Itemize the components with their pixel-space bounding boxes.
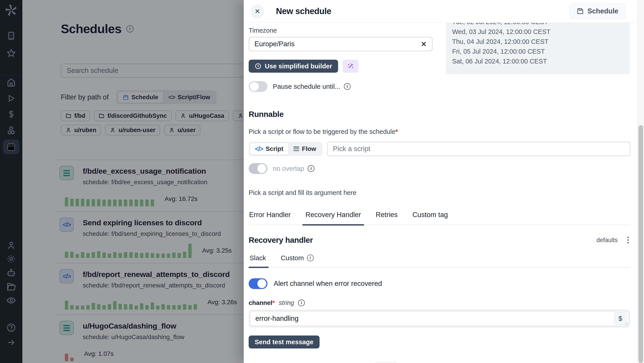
drawer-content: Tue, 02 Jul 2024, 12:00:00 CESTWed, 03 J…	[249, 23, 630, 363]
runnable-heading: Runnable	[249, 110, 630, 119]
script-flow-toggle: </> Script Flow	[249, 142, 322, 156]
runnable-pick-text: Pick a script or flow to be triggered by…	[249, 128, 630, 135]
schedule-preview-dates: Tue, 02 Jul 2024, 12:00:00 CESTWed, 03 J…	[446, 23, 630, 74]
flow-lines-icon	[294, 146, 299, 152]
no-overlap-label: no overlap	[273, 165, 304, 172]
magic-wand-icon	[347, 63, 354, 70]
handler-tab-label: Custom tag	[412, 211, 448, 219]
channel-field-wrap: $	[249, 310, 630, 328]
recovery-subtab-label: Custom	[281, 254, 304, 262]
code-icon: </>	[255, 145, 263, 153]
script-flow-label: Script	[266, 145, 283, 152]
save-icon	[577, 7, 584, 15]
preview-date: Sat, 06 Jul 2024, 12:00:00 CEST	[452, 56, 624, 66]
preview-date: Thu, 04 Jul 2024, 12:00:00 CEST	[452, 37, 624, 46]
scrollbar-thumb[interactable]	[638, 125, 643, 363]
preview-date: Tue, 02 Jul 2024, 12:00:00 CEST	[452, 23, 624, 27]
drawer-scrollbar[interactable]	[637, 0, 644, 363]
clear-timezone-icon[interactable]: ✕	[421, 40, 427, 48]
no-overlap-toggle[interactable]	[249, 163, 268, 174]
channel-input[interactable]	[250, 315, 628, 323]
defaults-label: defaults	[596, 237, 618, 244]
alert-channel-toggle[interactable]	[249, 278, 268, 289]
preview-date: Fri, 05 Jul 2024, 12:00:00 CEST	[452, 46, 624, 56]
pause-info-icon[interactable]: i	[344, 83, 350, 90]
pause-schedule-toggle[interactable]	[249, 81, 268, 92]
timezone-input[interactable]	[254, 40, 421, 48]
channel-info-icon[interactable]: i	[298, 300, 305, 306]
use-simplified-builder-label: Use simplified builder	[265, 63, 332, 70]
preview-date: Wed, 03 Jul 2024, 12:00:00 CEST	[452, 27, 624, 37]
app-screen: Schedules i Filter by path of Schedule	[0, 0, 644, 363]
ai-wand-button[interactable]	[342, 60, 359, 73]
runnable-pick-label: Pick a script or flow to be triggered by…	[249, 128, 395, 135]
close-icon[interactable]: ✕	[250, 4, 264, 18]
recovery-subtab[interactable]: Slack	[249, 254, 267, 267]
script-flow-option[interactable]: </> Script	[250, 143, 288, 155]
timezone-field[interactable]: ✕	[249, 37, 432, 51]
handler-tab-label: Retries	[376, 211, 398, 219]
handler-tab[interactable]: Retries	[375, 211, 398, 225]
pause-schedule-label: Pause schedule until...	[273, 83, 340, 90]
save-schedule-button[interactable]: Schedule	[569, 3, 626, 19]
script-flow-label: Flow	[302, 145, 316, 152]
drawer-header: ✕ New schedule Schedule	[244, 0, 644, 23]
custom-info-icon[interactable]: i	[307, 255, 314, 261]
handler-tab-label: Recovery Handler	[306, 211, 361, 219]
recovery-subtab[interactable]: Custom i	[280, 254, 314, 267]
send-test-message-label: Send test message	[255, 339, 314, 346]
drawer-title: New schedule	[276, 6, 331, 16]
handler-tab[interactable]: Recovery Handler	[305, 211, 361, 225]
required-asterisk: *	[272, 299, 275, 306]
handler-tabs: Error Handler Recovery Handler Retries C…	[249, 211, 630, 225]
pick-script-input[interactable]	[327, 142, 630, 156]
recovery-handler-heading: Recovery handler	[249, 236, 313, 245]
use-simplified-builder-button[interactable]: Use simplified builder	[249, 60, 338, 73]
resize-grip-icon[interactable]	[624, 322, 628, 325]
runnable-helper-text: Pick a script and fill its argument here	[249, 189, 630, 196]
channel-field-label: channel*	[249, 299, 275, 307]
no-overlap-info-icon[interactable]: i	[308, 165, 314, 172]
script-flow-option[interactable]: Flow	[288, 143, 321, 155]
save-schedule-label: Schedule	[588, 7, 618, 15]
kebab-menu-icon[interactable]	[626, 235, 630, 245]
required-asterisk: *	[395, 128, 398, 135]
handler-tab[interactable]: Error Handler	[249, 211, 291, 225]
send-test-message-button[interactable]: Send test message	[249, 336, 320, 349]
channel-type-label: string	[279, 299, 294, 307]
recovery-subtab-label: Slack	[250, 254, 266, 262]
clock-icon	[255, 63, 262, 69]
new-schedule-drawer: ✕ New schedule Schedule Tue, 02 Jul 2024…	[244, 0, 644, 363]
timezone-label: Timezone	[249, 27, 432, 34]
handler-tab-label: Error Handler	[249, 211, 291, 219]
handler-tab[interactable]: Custom tag	[412, 211, 448, 225]
recovery-subtabs: Slack Custom i	[249, 254, 630, 268]
alert-channel-label: Alert channel when error recovered	[274, 280, 382, 288]
